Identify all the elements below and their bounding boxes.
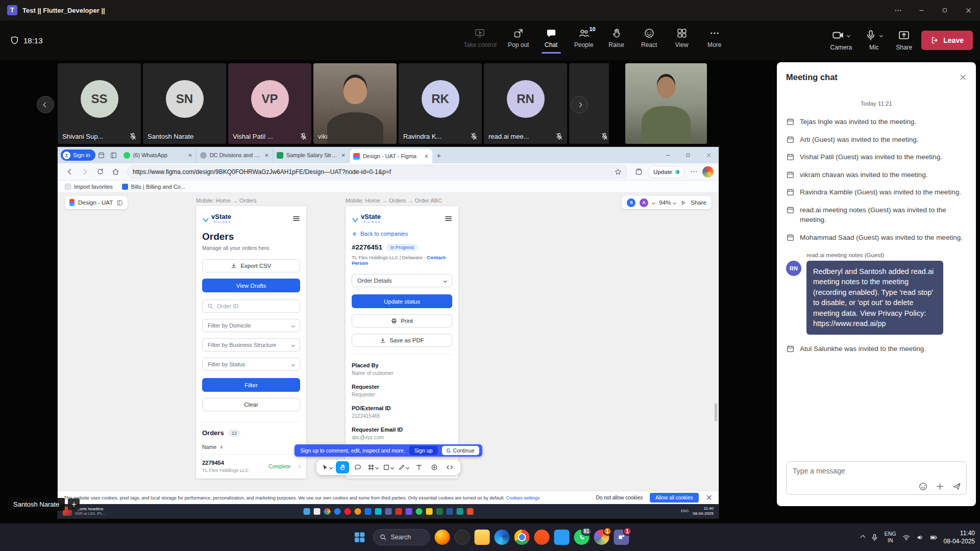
tray-expand-icon[interactable] (860, 535, 865, 540)
firefox-icon[interactable] (354, 508, 361, 515)
frame-label[interactable]: Mobile: Home → Orders (196, 197, 257, 204)
vertical-tabs-icon[interactable] (108, 149, 120, 161)
app-icon[interactable] (426, 508, 432, 515)
figma-file-chip[interactable]: Design - UAT (65, 196, 128, 209)
filter-business-structure-select[interactable]: Filter by Business Structure (202, 338, 300, 352)
teams-icon[interactable]: 1 (614, 530, 629, 545)
app-icon[interactable] (405, 508, 412, 515)
tray-mic-icon[interactable] (871, 534, 878, 541)
frame-tool[interactable] (366, 461, 380, 473)
send-icon[interactable] (952, 482, 961, 491)
allow-cookies-button[interactable]: Allow all cookies (650, 493, 698, 503)
shared-language-indicator[interactable]: ENG (681, 509, 689, 513)
url-field[interactable]: https://www.figma.com/design/9BKQ0FOHRWa… (127, 165, 627, 179)
sender-avatar[interactable]: RN (786, 261, 801, 276)
export-csv-button[interactable]: Export CSV (202, 259, 300, 272)
order-id-search-input[interactable]: Order ID (202, 299, 300, 313)
view-button[interactable]: View (666, 24, 698, 54)
browser-minimize-button[interactable] (657, 147, 678, 163)
minimize-button[interactable] (910, 0, 933, 20)
deny-cookies-button[interactable]: Do not allow cookies (596, 495, 643, 500)
comment-tool[interactable] (351, 461, 364, 473)
shape-tool[interactable] (382, 461, 395, 473)
brave-icon[interactable] (534, 530, 550, 545)
strip-scroll-left-button[interactable] (37, 96, 54, 113)
cookie-close-icon[interactable]: ✕ (706, 493, 713, 503)
move-tool[interactable] (321, 461, 334, 473)
browser-menu-icon[interactable] (687, 165, 700, 179)
save-as-pdf-button[interactable]: Save as PDF (352, 334, 452, 347)
print-button[interactable]: Print (352, 314, 452, 328)
filter-status-select[interactable]: Filter by Status (202, 358, 300, 371)
new-tab-button[interactable]: + (432, 148, 446, 162)
chat-button[interactable]: Chat (535, 24, 567, 54)
collections-icon[interactable] (632, 165, 646, 179)
frame-label[interactable]: Mobile: Home → Orders → Order ABC (346, 197, 442, 204)
strip-scroll-right-button[interactable] (571, 96, 588, 113)
favorites-bookmark[interactable]: Bills | Billing and Co... (122, 184, 185, 190)
taskbar-clock[interactable]: 11:40 08-04-2025 (944, 529, 975, 545)
browser-close-button[interactable] (698, 147, 719, 163)
titlebar-more-icon[interactable] (886, 0, 910, 20)
outlook-icon[interactable] (364, 508, 371, 515)
leave-button[interactable]: Leave (921, 31, 973, 50)
favorite-star-icon[interactable] (615, 168, 622, 176)
tab-close-icon[interactable]: ✕ (424, 154, 428, 159)
react-button[interactable]: React (633, 24, 665, 54)
chrome-icon[interactable] (514, 530, 530, 545)
excel-icon[interactable] (436, 508, 443, 515)
raise-hand-button[interactable]: Raise (601, 24, 632, 54)
cookie-settings-link[interactable]: Cookies settings (506, 495, 540, 500)
participant-tile[interactable]: SS Shivani Sup... (58, 63, 141, 144)
edge-icon[interactable] (495, 530, 510, 545)
app-icon[interactable] (395, 508, 402, 515)
chat-message-list[interactable]: Tejas Ingle was invited to the meeting. … (786, 117, 967, 461)
text-tool[interactable] (412, 461, 426, 473)
browser-ball-icon[interactable]: 1 (594, 530, 609, 545)
tab-actions-icon[interactable] (95, 149, 108, 161)
opera-icon[interactable] (344, 508, 351, 515)
browser-tab-active[interactable]: Design - UAT - Figma ✕ (350, 149, 432, 163)
acrobat-icon[interactable] (467, 508, 473, 515)
design-frame-orders-list[interactable]: vState FILINGS Orders Manage all your or… (196, 206, 306, 479)
volume-icon[interactable] (916, 534, 924, 541)
dev-mode-tool[interactable] (443, 461, 456, 473)
hand-tool-active[interactable] (336, 461, 349, 473)
teams-icon[interactable] (385, 508, 391, 515)
file-explorer-icon[interactable] (475, 530, 490, 545)
app-icon-dark[interactable] (455, 530, 470, 545)
participant-tile[interactable]: RK Ravindra K... (399, 63, 482, 144)
pen-tool[interactable] (397, 461, 410, 473)
message-bubble[interactable]: Redberyl and Santosh added read.ai meeti… (806, 261, 943, 335)
word-icon[interactable] (446, 508, 453, 515)
browser-maximize-button[interactable] (678, 147, 698, 163)
filter-button[interactable]: Filter (202, 378, 300, 392)
mic-chevron-icon[interactable] (879, 33, 883, 37)
hamburger-menu-icon[interactable] (445, 215, 452, 222)
share-button[interactable]: Share (892, 27, 916, 54)
vscode-icon[interactable] (554, 530, 570, 545)
taskbar-search[interactable]: Search (373, 529, 430, 545)
forward-icon[interactable] (78, 165, 91, 179)
order-row[interactable]: 2279454 TL Flex Holdings LLC Complete (202, 455, 300, 479)
order-details-select[interactable]: Order Details (352, 274, 452, 287)
participant-tile-video[interactable]: vikram chavan (313, 63, 397, 144)
back-to-companies-link[interactable]: Back to companies (352, 231, 452, 237)
start-button[interactable] (351, 529, 369, 546)
battery-icon[interactable] (930, 534, 938, 541)
emoji-icon[interactable] (919, 482, 927, 491)
edge-icon[interactable] (334, 508, 340, 515)
participant-tile[interactable]: RN read.ai mee... (484, 63, 567, 144)
signup-button[interactable]: Sign up (409, 446, 438, 455)
figma-share-button[interactable]: Share (691, 199, 706, 206)
spotlight-participant-tile[interactable] (625, 63, 707, 144)
present-play-icon[interactable] (680, 199, 687, 206)
maximize-button[interactable] (933, 0, 957, 20)
refresh-icon[interactable] (93, 165, 107, 179)
app-icon[interactable] (303, 508, 310, 515)
collaborator-avatar[interactable]: S (627, 198, 635, 207)
actions-tool[interactable] (428, 461, 441, 473)
close-button[interactable] (957, 0, 980, 20)
camera-button[interactable]: Camera (826, 27, 856, 54)
browser-tab[interactable]: Sample Salary Structure with cal... ✕ (273, 148, 350, 162)
